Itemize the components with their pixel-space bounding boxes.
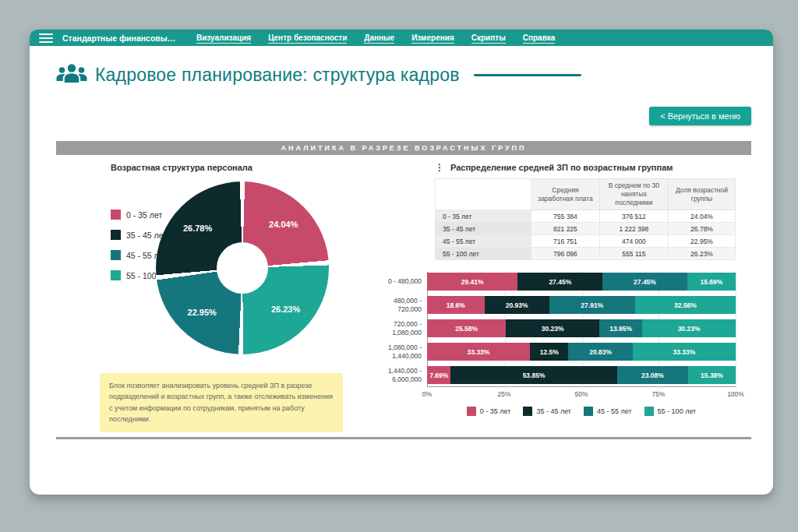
legend-item[interactable]: 35 - 45 лет (523, 407, 571, 416)
menu-bar: ВизуализацияЦентр безопасностиДанныеИзме… (196, 33, 555, 44)
row-label-cell: 55 - 100 лет (436, 248, 531, 260)
bar-category-label: 1,080,000 - 1,440,000 (357, 344, 427, 361)
legend-label: 0 - 35 лет (480, 407, 511, 415)
bar-segment[interactable]: 33.33% (427, 343, 530, 361)
bar-row: 1,080,000 - 1,440,00033.33%12.5%20.83%33… (357, 343, 736, 361)
legend-swatch (111, 250, 121, 260)
bar-track: 7.69%53.85%23.08%15.38% (427, 366, 736, 384)
bar-segment[interactable]: 32.56% (635, 296, 736, 314)
bar-segment[interactable]: 7.69% (427, 366, 450, 384)
bar-segment[interactable]: 29.41% (427, 273, 517, 291)
legend-swatch (467, 407, 476, 416)
menu-item-скрипты[interactable]: Скрипты (471, 33, 506, 44)
kebab-menu-icon[interactable]: ⋮ (435, 163, 444, 172)
x-axis-tick-label: 0% (422, 390, 432, 398)
value-cell: 796 096 (531, 248, 600, 260)
table-title-row: ⋮ Распределение средней ЗП по возрастным… (435, 163, 736, 172)
bar-segment[interactable]: 15.38% (688, 366, 736, 384)
value-cell: 376 512 (599, 210, 668, 223)
bar-segment[interactable]: 30.23% (506, 319, 599, 337)
bar-segment[interactable]: 20.83% (568, 343, 632, 361)
page-title-row: Кадровое планирование: структура кадров (56, 62, 751, 88)
bar-segment[interactable]: 23.08% (617, 366, 688, 384)
menu-item-справка[interactable]: Справка (523, 33, 556, 44)
age-structure-panel: Возрастная структура персонала 0 - 35 ле… (56, 161, 357, 432)
bar-track: 25.58%30.23%13.95%30.23% (427, 319, 736, 337)
value-cell: 24.04% (669, 210, 736, 223)
bar-segment[interactable]: 18.6% (427, 296, 485, 314)
page-title: Кадровое планирование: структура кадров (95, 65, 460, 86)
legend-item[interactable]: 0 - 35 лет (467, 407, 511, 416)
legend-swatch (584, 407, 593, 416)
back-to-menu-button[interactable]: < Вернуться в меню (649, 107, 751, 125)
page-content: Кадровое планирование: структура кадров … (30, 46, 773, 439)
menu-item-центр-безопасности[interactable]: Центр безопасности (268, 33, 347, 44)
legend-item[interactable]: 0 - 35 лет (111, 210, 171, 220)
value-cell: 26.23% (669, 248, 736, 260)
table-row: 35 - 45 лет821 2251 222 39826.78% (436, 223, 736, 235)
table-title: Распределение средней ЗП по возрастным г… (450, 163, 673, 172)
legend-item[interactable]: 45 - 55 лет (584, 407, 632, 416)
title-divider-line (474, 74, 581, 76)
bar-segment[interactable]: 20.93% (485, 296, 549, 314)
bar-segment[interactable]: 25.58% (427, 319, 506, 337)
bar-segment[interactable]: 12.5% (530, 343, 569, 361)
table-header-row: Средняя заработная платаВ среднем по 30 … (436, 179, 736, 210)
charts-row: Возрастная структура персонала 0 - 35 ле… (56, 161, 751, 432)
value-cell: 26.78% (669, 223, 736, 235)
bar-segment[interactable]: 33.33% (633, 343, 736, 361)
bar-legend: 0 - 35 лет35 - 45 лет45 - 55 лет55 - 100… (427, 407, 736, 416)
bar-row: 0 - 480,00029.41%27.45%27.45%15.69% (357, 273, 736, 291)
menu-item-данные[interactable]: Данные (364, 33, 394, 44)
bar-segment[interactable]: 53.85% (450, 366, 616, 384)
column-header: Доля возрастной группы (669, 179, 736, 210)
donut-slice-label: 26.23% (271, 305, 300, 314)
bar-track: 29.41%27.45%27.45%15.69% (427, 273, 736, 291)
bar-row: 1,440,000 - 6,000,0007.69%53.85%23.08%15… (357, 366, 736, 384)
app-window: Стандартные финансовы… ВизуализацияЦентр… (30, 30, 773, 495)
x-axis-tick-label: 50% (574, 390, 588, 398)
salary-distribution-panel: ⋮ Распределение средней ЗП по возрастным… (357, 161, 751, 432)
legend-item[interactable]: 55 - 100 лет (644, 407, 697, 416)
bar-segment[interactable]: 27.45% (602, 273, 687, 291)
section-header: АНАЛИТИКА В РАЗРЕЗЕ ВОЗРАСТНЫХ ГРУПП (56, 141, 751, 155)
bottom-divider (56, 437, 751, 439)
app-menubar: Стандартные финансовы… ВизуализацияЦентр… (30, 30, 773, 46)
row-label-cell: 45 - 55 лет (436, 235, 531, 248)
bar-row: 720,000 - 1,080,00025.58%30.23%13.95%30.… (357, 319, 736, 337)
legend-label: 35 - 45 лет (536, 407, 571, 415)
legend-swatch (111, 210, 121, 220)
bar-segment[interactable]: 27.45% (517, 273, 602, 291)
row-label-cell: 35 - 45 лет (436, 223, 531, 235)
bar-segment[interactable]: 27.91% (549, 296, 636, 314)
bar-plot-area: 0 - 480,00029.41%27.45%27.45%15.69%480,0… (357, 272, 736, 387)
table-row: 0 - 35 лет755 384376 51224.04% (436, 210, 736, 223)
donut-slice-label: 26.78% (183, 224, 212, 233)
legend-swatch (523, 407, 532, 416)
legend-swatch (111, 230, 121, 240)
gridline (736, 272, 736, 389)
bar-category-label: 480,000 - 720,000 (357, 297, 427, 314)
menu-item-измерения[interactable]: Измерения (411, 33, 454, 44)
hamburger-menu-icon[interactable] (39, 33, 53, 43)
value-cell: 716 751 (531, 235, 600, 248)
x-axis-tick-label: 100% (727, 390, 744, 398)
x-axis-ticks: 0%25%50%75%100% (427, 387, 736, 399)
value-cell: 821 225 (531, 223, 600, 235)
bar-rows: 0 - 480,00029.41%27.45%27.45%15.69%480,0… (357, 272, 736, 387)
bar-segment[interactable]: 13.95% (599, 319, 642, 337)
donut-chart[interactable]: 24.04%26.23%22.95%26.78% (156, 181, 329, 354)
info-note: Блок позволяет анализировать уровень сре… (100, 373, 343, 432)
bar-row: 480,000 - 720,00018.6%20.93%27.91%32.56% (357, 296, 736, 314)
value-cell: 474 000 (599, 235, 668, 248)
toolbar-row: < Вернуться в меню (56, 107, 751, 125)
legend-label: 45 - 55 лет (597, 407, 632, 415)
bar-segment[interactable]: 30.23% (642, 319, 736, 337)
donut-chart-area: 0 - 35 лет35 - 45 лет45 - 55 лет55 - 100… (56, 178, 357, 364)
value-cell: 22.95% (669, 235, 736, 248)
bar-segment[interactable]: 15.69% (687, 273, 736, 291)
app-title-menu[interactable]: Стандартные финансовы… (62, 33, 178, 43)
menu-item-визуализация[interactable]: Визуализация (196, 33, 251, 44)
salary-table: Средняя заработная платаВ среднем по 30 … (435, 178, 736, 260)
pie-chart-title: Возрастная структура персонала (111, 163, 357, 172)
